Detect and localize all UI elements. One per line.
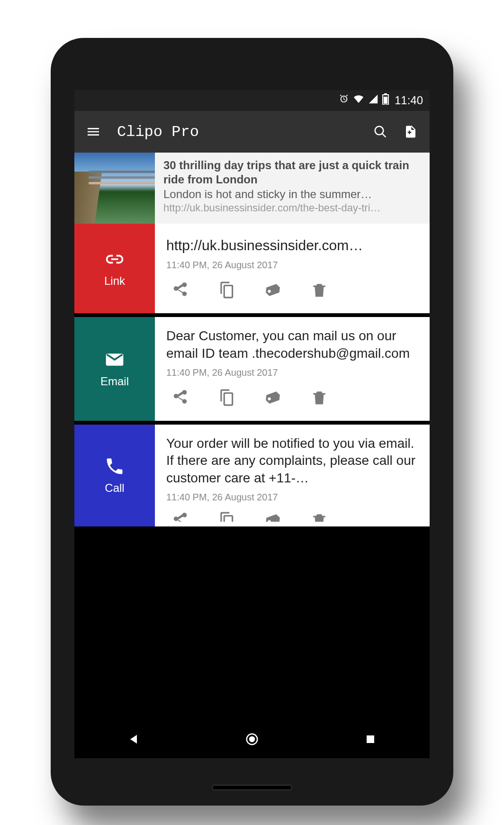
clip-item-call[interactable]: Call Your order will be notified to you … [74, 425, 430, 527]
nav-recents-button[interactable] [361, 730, 380, 749]
clip-tag-label: Call [105, 481, 124, 495]
phone-icon [104, 456, 125, 477]
link-preview-url: http://uk.businessinsider.com/the-best-d… [163, 202, 421, 214]
clip-content: Dear Customer, you can mail us on our em… [166, 327, 418, 363]
menu-button[interactable] [84, 122, 103, 141]
clip-timestamp: 11:40 PM, 26 August 2017 [166, 367, 418, 378]
share-button[interactable] [171, 281, 189, 299]
clip-content: Your order will be notified to you via e… [166, 435, 418, 488]
delete-button[interactable] [310, 511, 328, 522]
share-button[interactable] [171, 511, 189, 522]
screen: 11:40 Clipo Pro [74, 90, 430, 758]
svg-point-5 [249, 736, 255, 743]
link-preview-description: London is hot and sticky in the summer… [163, 188, 421, 201]
link-icon [104, 249, 125, 270]
svg-rect-2 [384, 97, 387, 104]
cell-signal-icon [368, 94, 378, 107]
status-time: 11:40 [395, 94, 423, 107]
clip-item-email[interactable]: Email Dear Customer, you can mail us on … [74, 317, 430, 421]
svg-rect-6 [367, 735, 374, 743]
search-button[interactable] [371, 122, 390, 141]
nav-back-button[interactable] [124, 730, 143, 749]
alarm-icon [339, 94, 349, 107]
clip-tag-call: Call [74, 425, 155, 527]
tag-button[interactable] [264, 511, 282, 522]
clip-list[interactable]: 30 thrilling day trips that are just a q… [74, 153, 430, 526]
add-note-button[interactable] [401, 122, 420, 141]
phone-frame: 11:40 Clipo Pro [51, 38, 453, 806]
wifi-icon [353, 94, 364, 107]
copy-button[interactable] [217, 281, 235, 299]
android-nav-bar [74, 720, 430, 758]
phone-home-indicator [212, 785, 292, 790]
clip-tag-link: Link [74, 224, 155, 313]
share-button[interactable] [171, 389, 189, 407]
link-preview-card[interactable]: 30 thrilling day trips that are just a q… [74, 153, 430, 224]
clip-content: http://uk.businessinsider.com… [166, 236, 418, 255]
app-bar: Clipo Pro [74, 111, 430, 153]
tag-button[interactable] [264, 281, 282, 299]
app-title: Clipo Pro [117, 123, 360, 141]
nav-home-button[interactable] [243, 730, 261, 749]
link-preview-thumbnail [74, 153, 155, 224]
status-bar: 11:40 [74, 90, 430, 111]
link-preview-title: 30 thrilling day trips that are just a q… [163, 158, 421, 187]
clip-timestamp: 11:40 PM, 26 August 2017 [166, 260, 418, 271]
clip-item-link[interactable]: Link http://uk.businessinsider.com… 11:4… [74, 224, 430, 313]
email-icon [104, 349, 125, 370]
tag-button[interactable] [264, 389, 282, 407]
clip-timestamp: 11:40 PM, 26 August 2017 [166, 492, 418, 503]
clip-tag-label: Link [104, 274, 125, 288]
svg-rect-1 [384, 93, 387, 95]
copy-button[interactable] [217, 511, 235, 522]
battery-icon [382, 93, 389, 108]
clip-tag-email: Email [74, 317, 155, 421]
delete-button[interactable] [310, 281, 328, 299]
delete-button[interactable] [310, 389, 328, 407]
clip-tag-label: Email [100, 375, 129, 388]
copy-button[interactable] [217, 389, 235, 407]
